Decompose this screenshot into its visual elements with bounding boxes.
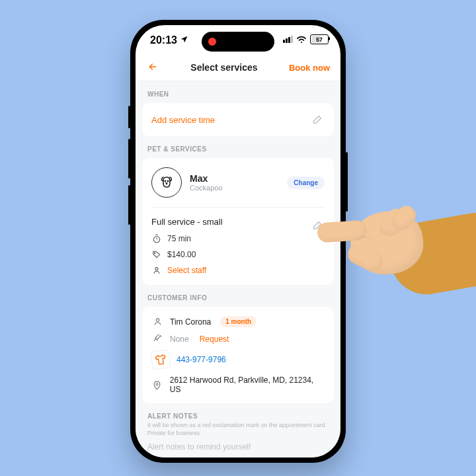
book-now-button[interactable]: Book now	[289, 63, 330, 73]
select-staff-button[interactable]: Select staff	[151, 265, 310, 276]
section-label-alert: ALERT NOTES	[136, 403, 340, 421]
phone-frame: 20:13 57	[130, 20, 346, 463]
section-label-pets: PET & SERVICES	[136, 136, 340, 158]
customer-name: Tim Corona	[170, 317, 211, 327]
pointing-hand-illustration	[337, 175, 476, 301]
map-pin-icon	[151, 380, 163, 390]
edit-service-icon[interactable]	[310, 218, 325, 233]
when-card: Add service time	[142, 103, 334, 136]
dynamic-island	[202, 32, 274, 52]
side-button	[128, 106, 130, 128]
svg-point-2	[167, 180, 168, 181]
customer-phone[interactable]: 443-977-9796	[177, 355, 226, 364]
pet-breed: Cockapoo	[190, 184, 223, 192]
page-title: Select services	[190, 62, 257, 73]
change-pet-button[interactable]: Change	[287, 177, 325, 189]
service-duration: 75 min	[167, 234, 191, 243]
pet-services-card: Max Cockapoo Change Full service - small	[142, 158, 334, 285]
pet-name: Max	[190, 173, 223, 184]
power-button	[346, 152, 348, 212]
status-time: 20:13	[150, 34, 177, 46]
person-icon	[151, 317, 163, 327]
stopwatch-icon	[151, 233, 162, 244]
location-arrow-icon	[180, 35, 188, 46]
syringe-icon	[151, 334, 163, 344]
cellular-icon	[283, 36, 293, 43]
recency-badge: 1 month	[220, 316, 257, 327]
back-button[interactable]	[146, 60, 159, 75]
wifi-icon	[296, 36, 307, 44]
alert-notes-input[interactable]: Alert notes to remind yourself	[136, 442, 340, 457]
person-icon	[151, 265, 162, 276]
customer-address: 2612 Harwood Rd, Parkville, MD, 21234, U…	[170, 376, 325, 394]
svg-point-1	[165, 180, 165, 181]
customer-card: Tim Corona 1 month None Request	[142, 307, 334, 403]
nav-header: Select services Book now	[136, 54, 340, 81]
volume-down-button	[128, 185, 130, 225]
svg-point-4	[154, 253, 155, 254]
volume-up-button	[128, 139, 130, 178]
pet-avatar-icon	[151, 167, 182, 198]
price-tag-icon	[151, 249, 162, 260]
add-service-time-button[interactable]: Add service time	[151, 115, 215, 125]
section-label-customer: CUSTOMER INFO	[136, 285, 340, 307]
service-name: Full service - small	[151, 217, 310, 227]
section-label-when: WHEN	[136, 81, 340, 103]
svg-point-6	[156, 319, 159, 321]
service-price: $140.00	[167, 250, 196, 259]
divider	[151, 207, 325, 208]
alert-sublabel: It will be shown as a red exclamation ma…	[136, 421, 340, 442]
shirt-icon	[150, 349, 171, 370]
request-vaccine-button[interactable]: Request	[200, 335, 229, 344]
svg-point-3	[153, 237, 159, 243]
status-bar: 20:13 57	[136, 25, 340, 54]
edit-icon[interactable]	[310, 112, 325, 127]
svg-point-0	[301, 41, 302, 42]
vaccine-status: None	[170, 335, 189, 344]
battery-icon: 57	[310, 34, 329, 44]
svg-point-5	[155, 268, 158, 270]
content-scroll[interactable]: WHEN Add service time PET & SERVICES	[136, 81, 340, 457]
svg-point-7	[156, 383, 158, 385]
